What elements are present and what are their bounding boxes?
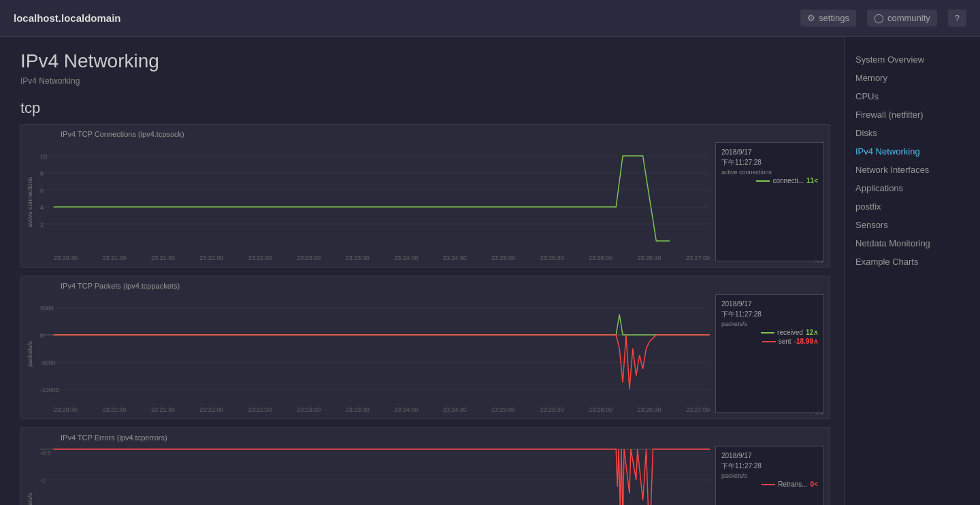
chart2-info-box: 2018/9/17下午11:27:28 packets/s received 1… — [715, 294, 824, 413]
chart-tcp-packets: IPv4 TCP Packets (ipv4.tcppackets) packe… — [20, 276, 830, 419]
sidebar-item-postfix[interactable]: postfix — [845, 197, 980, 216]
chart1-legend-line — [756, 180, 770, 182]
sidebar-item-system-overview[interactable]: System Overview — [845, 50, 980, 69]
chart2-sent-line — [762, 341, 776, 342]
chart1-legend-row: connecti... 11< — [721, 177, 818, 184]
chart2-legend-received: received 12∧ — [721, 329, 818, 336]
chart3-legend-label: packets/s — [721, 472, 818, 479]
svg-text:-10000: -10000 — [40, 387, 59, 393]
layout: IPv4 Networking IPv4 Networking tcp IPv4… — [0, 37, 980, 505]
chart2-received-line — [761, 332, 774, 333]
chart2-received-value: 12∧ — [806, 329, 818, 336]
chart2-y-label: packets/s — [27, 294, 40, 413]
chart2-svg-wrapper: 5000 0 -5000 -10000 23:20:30 23:21:00 — [40, 294, 710, 413]
chart3-info-box: 2018/9/17下午11:27:28 packets/s Retrans...… — [715, 446, 824, 505]
chart2-sent-value: -18.99∧ — [794, 338, 818, 345]
chart-tcp-connections: IPv4 TCP Connections (ipv4.tcpsock) acti… — [20, 124, 830, 267]
sidebar-item-disks[interactable]: Disks — [845, 124, 980, 142]
svg-text:6: 6 — [40, 187, 44, 194]
svg-text:8: 8 — [40, 170, 44, 177]
sidebar-item-sensors[interactable]: Sensors — [845, 216, 980, 234]
chart1-legend-label: active connections — [721, 169, 818, 176]
chart3-title: IPv4 TCP Errors (ipv4.tcperrors) — [27, 434, 824, 442]
chart3-timestamp: 2018/9/17下午11:27:28 — [721, 451, 818, 471]
chart3-svg-wrapper: -0.5 -1 -1.5 -2 23:20:30 23:21:00 23:21:… — [40, 446, 710, 505]
chart1-timestamp: 2018/9/17下午11:27:28 — [721, 147, 818, 167]
settings-button[interactable]: ⚙ settings — [800, 10, 856, 27]
chart3-retrans-line — [762, 484, 775, 485]
chart1-y-label: active connections — [27, 142, 40, 261]
sidebar-item-ipv4[interactable]: IPv4 Networking — [845, 142, 980, 161]
svg-text:-1: -1 — [40, 477, 46, 484]
chart2-area: packets/s 5000 0 -5000 -10000 — [27, 294, 824, 413]
chart1-svg: 10 8 6 4 2 — [40, 142, 710, 251]
chart1-title: IPv4 TCP Connections (ipv4.tcpsock) — [27, 130, 824, 138]
chart3-legend-retrans: Retrans... 0< — [721, 480, 818, 488]
svg-text:0: 0 — [40, 332, 44, 339]
chart3-svg: -0.5 -1 -1.5 -2 — [40, 446, 710, 505]
github-icon: ◯ — [874, 13, 884, 23]
svg-text:-5000: -5000 — [40, 359, 56, 366]
main-content: IPv4 Networking IPv4 Networking tcp IPv4… — [0, 37, 844, 505]
sidebar-item-netdata[interactable]: Netdata Monitoring — [845, 234, 980, 253]
chart2-timestamp: 2018/9/17下午11:27:28 — [721, 299, 818, 319]
svg-text:2: 2 — [40, 221, 44, 228]
section-title: tcp — [20, 99, 830, 117]
header-title: localhost.localdomain — [14, 12, 800, 24]
sidebar-item-network-interfaces[interactable]: Network Interfaces — [845, 161, 980, 179]
chart2-legend-label: packets/s — [721, 321, 818, 327]
svg-text:5000: 5000 — [40, 305, 54, 312]
sidebar-item-memory[interactable]: Memory — [845, 69, 980, 87]
breadcrumb: IPv4 Networking — [20, 76, 830, 86]
chart1-svg-wrapper: 10 8 6 4 2 23:20:30 23:21:00 23:21:30 23… — [40, 142, 710, 261]
chart2-x-axis: 23:20:30 23:21:00 23:21:30 23:22:00 23:2… — [40, 405, 710, 413]
chart3-retrans-value: 0< — [811, 480, 818, 488]
sidebar-item-cpus[interactable]: CPUs — [845, 87, 980, 105]
chart2-title: IPv4 TCP Packets (ipv4.tcppackets) — [27, 282, 824, 290]
sidebar-item-firewall[interactable]: Firewall (netfilter) — [845, 105, 980, 124]
svg-text:4: 4 — [40, 204, 44, 211]
svg-text:10: 10 — [40, 153, 47, 160]
header-actions: ⚙ settings ◯ community ? — [800, 10, 966, 27]
chart3-area: packets/s -0.5 -1 -1.5 -2 — [27, 446, 824, 505]
page-title: IPv4 Networking — [20, 50, 830, 72]
chart3-y-label: packets/s — [27, 446, 40, 505]
chart2-legend-sent: sent -18.99∧ — [721, 338, 818, 345]
chart2-svg: 5000 0 -5000 -10000 — [40, 294, 710, 403]
chart1-legend-value: 11< — [806, 177, 818, 184]
chart1-info-box: 2018/9/17下午11:27:28 active connections c… — [715, 142, 824, 261]
chart1-x-axis: 23:20:30 23:21:00 23:21:30 23:22:00 23:2… — [40, 253, 710, 261]
sidebar-item-applications[interactable]: Applications — [845, 179, 980, 197]
chart-tcp-errors: IPv4 TCP Errors (ipv4.tcperrors) packets… — [20, 427, 830, 505]
chart1-area: active connections 10 8 6 4 2 — [27, 142, 824, 261]
sidebar-item-example[interactable]: Example Charts — [845, 253, 980, 271]
community-button[interactable]: ◯ community — [867, 10, 937, 27]
header: localhost.localdomain ⚙ settings ◯ commu… — [0, 0, 980, 37]
gear-icon: ⚙ — [807, 13, 815, 23]
svg-text:-0.5: -0.5 — [40, 450, 50, 457]
help-button[interactable]: ? — [948, 10, 966, 27]
sidebar: System Overview Memory CPUs Firewall (ne… — [844, 37, 980, 505]
